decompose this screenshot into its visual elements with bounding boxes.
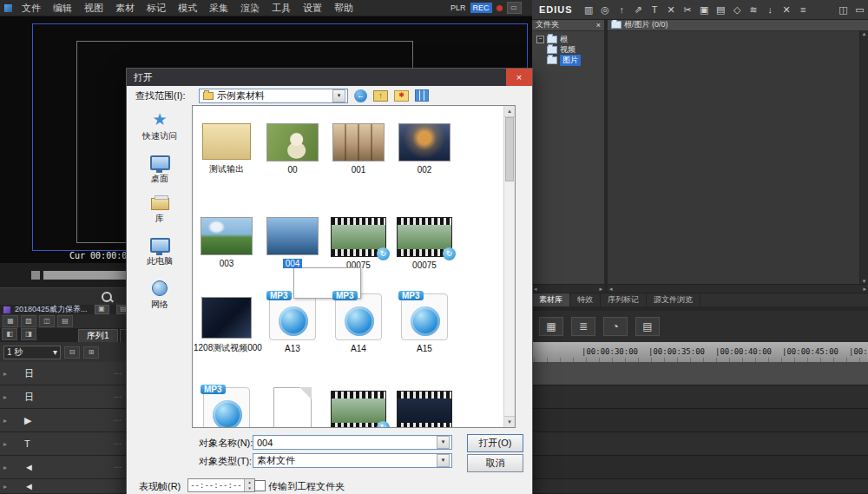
chevron-down-icon[interactable]: ▾: [437, 454, 450, 467]
mixer-icon[interactable]: ≣: [571, 317, 595, 336]
title-track-icon[interactable]: T: [24, 438, 30, 449]
file-item[interactable]: MP3 A13: [260, 293, 326, 353]
open-button[interactable]: 打开(O): [467, 434, 523, 452]
search-icon[interactable]: ◎: [597, 4, 614, 16]
export-icon[interactable]: ⇗: [630, 4, 647, 16]
sidebar-item-quick-access[interactable]: ★ 快速访问: [142, 112, 177, 142]
list-menu-icon[interactable]: ▤: [635, 317, 660, 336]
scroll-up-icon[interactable]: ▴: [504, 106, 515, 117]
tree-item-video[interactable]: 视频: [534, 44, 602, 55]
file-name-input[interactable]: 004 ▾: [253, 435, 452, 450]
layout-grid-icon[interactable]: ▦: [3, 315, 18, 327]
scroll-left-icon[interactable]: ◂: [534, 285, 537, 293]
speaker-icon[interactable]: ◄: [24, 462, 34, 472]
file-item[interactable]: 1208测试视频000: [194, 297, 260, 354]
file-item[interactable]: MP3 A15: [391, 293, 457, 353]
expander-icon[interactable]: ▸: [0, 417, 10, 425]
close-icon[interactable]: ✕: [779, 4, 795, 16]
bin-panel-vscrollbar[interactable]: ▴ ▾: [859, 30, 868, 285]
folder-panel-hscrollbar[interactable]: ◂ ▸: [532, 284, 604, 293]
scrub-bar[interactable]: [43, 271, 130, 280]
grid-view-icon[interactable]: ▦: [539, 317, 563, 336]
expander-icon[interactable]: ▸: [0, 483, 10, 491]
track-options-icon[interactable]: ⋯: [114, 416, 122, 425]
scroll-down-icon[interactable]: ▾: [504, 416, 515, 427]
zoom-in-icon[interactable]: ⊞: [83, 346, 99, 359]
paste-icon[interactable]: ▤: [713, 4, 729, 16]
timescale-dropdown[interactable]: 1 秒 ▾: [3, 346, 61, 359]
title-icon[interactable]: T: [647, 4, 663, 15]
track-options-icon[interactable]: ⋯: [114, 392, 122, 401]
spinner-down-icon[interactable]: ▾: [245, 485, 254, 491]
search-icon[interactable]: [102, 292, 112, 302]
track-header-audio-2[interactable]: ▸ ◄: [0, 479, 130, 494]
scrollbar-thumb[interactable]: [505, 117, 514, 181]
sequence-tab-1[interactable]: 序列1: [78, 329, 118, 342]
rec-indicator[interactable]: REC: [470, 3, 492, 13]
track-options-icon[interactable]: ⋯: [114, 369, 122, 378]
expander-icon[interactable]: ▸: [0, 393, 10, 401]
minimize-icon[interactable]: ▭: [852, 4, 868, 16]
menu-clip[interactable]: 素材: [109, 2, 141, 15]
expander-icon[interactable]: ▸: [0, 370, 10, 378]
plr-indicator[interactable]: PLR: [450, 3, 466, 12]
menu-file[interactable]: 文件: [16, 2, 47, 15]
track-header-audio-1[interactable]: ▸ ◄ ⋯: [0, 456, 130, 479]
tab-effects[interactable]: 特效: [570, 293, 601, 306]
capture-icon[interactable]: ↓: [762, 4, 779, 15]
menu-mode[interactable]: 模式: [172, 2, 203, 15]
scroll-up-icon[interactable]: ▴: [860, 30, 868, 37]
speaker-icon[interactable]: ◄: [24, 481, 34, 491]
menu-render[interactable]: 渲染: [234, 2, 266, 15]
cancel-button[interactable]: 取消: [467, 454, 523, 472]
dialog-titlebar[interactable]: 打开 ×: [127, 69, 532, 86]
clip-action-icon[interactable]: ▣: [95, 305, 109, 314]
panes-icon[interactable]: ◫: [835, 4, 852, 16]
menu-view[interactable]: 视图: [78, 2, 109, 15]
file-item[interactable]: 001: [326, 123, 391, 175]
menu-settings[interactable]: 设置: [297, 2, 328, 15]
tree-item-picture[interactable]: 图片: [534, 55, 602, 65]
file-item[interactable]: 003: [194, 217, 260, 268]
tab-sequence-marker[interactable]: 序列标记: [601, 293, 647, 306]
track-tool-icon[interactable]: ◧: [2, 328, 17, 340]
poster-frame-spinner[interactable]: --:--:--:-- ▴ ▾: [187, 478, 255, 492]
file-item[interactable]: ↻ 00075: [391, 217, 457, 270]
cut-icon[interactable]: ✂: [680, 4, 696, 16]
track-options-icon[interactable]: ⋯: [114, 463, 122, 471]
file-item[interactable]: MP3: [194, 387, 260, 428]
delete-icon[interactable]: ✕: [663, 4, 680, 16]
record-icon[interactable]: ◔: [603, 317, 628, 336]
scroll-right-icon[interactable]: ▸: [863, 285, 866, 293]
expander-icon[interactable]: ▸: [0, 464, 10, 471]
new-folder-icon[interactable]: ✱: [394, 90, 409, 102]
file-list-scrollbar[interactable]: ▴ ▾: [503, 106, 515, 427]
file-item-selected[interactable]: 004: [260, 217, 326, 268]
chevron-down-icon[interactable]: ▾: [437, 436, 450, 449]
bin-panel-hscrollbar[interactable]: ◂ ▸: [608, 284, 868, 293]
sidebar-item-network[interactable]: 网络: [151, 280, 168, 311]
track-header-video-1[interactable]: ▸ 日 ⋯: [0, 362, 130, 385]
scrub-handle-icon[interactable]: [31, 271, 40, 280]
views-icon[interactable]: [415, 89, 429, 102]
collapse-icon[interactable]: −: [536, 36, 544, 43]
expander-icon[interactable]: ▸: [0, 440, 10, 448]
file-item[interactable]: ↻ 00075: [326, 217, 391, 270]
list-icon[interactable]: ▤: [57, 315, 73, 327]
spinner-up-icon[interactable]: ▴: [245, 479, 254, 485]
overlay-icon[interactable]: ▧: [21, 315, 36, 327]
track-tool-icon[interactable]: ◨: [21, 328, 36, 340]
file-item[interactable]: 测试输出: [194, 123, 260, 175]
file-item[interactable]: [391, 391, 457, 428]
menu-edit[interactable]: 编辑: [47, 2, 78, 15]
scroll-right-icon[interactable]: ▸: [599, 285, 602, 293]
copy-icon[interactable]: ▣: [696, 4, 713, 16]
track-header-video-2[interactable]: ▸ 日 ⋯: [0, 385, 130, 409]
tab-bin[interactable]: 素材库: [532, 293, 570, 306]
sidebar-item-libraries[interactable]: 库: [151, 198, 169, 225]
zoom-out-icon[interactable]: ⊟: [64, 346, 80, 359]
track-header-va[interactable]: ▸ ▶ ⋯: [0, 409, 130, 432]
track-header-title[interactable]: ▸ T ⋯: [0, 432, 130, 456]
menu-capture[interactable]: 采集: [203, 2, 234, 15]
transfer-checkbox[interactable]: [254, 480, 266, 491]
